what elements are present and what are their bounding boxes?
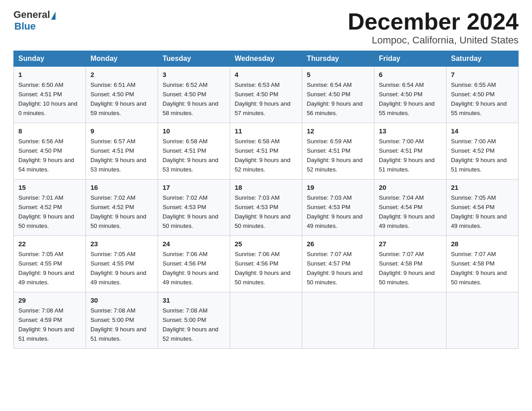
calendar-cell: 15 Sunrise: 7:01 AMSunset: 4:52 PMDaylig… (14, 180, 86, 236)
calendar-header-row: SundayMondayTuesdayWednesdayThursdayFrid… (14, 51, 519, 67)
day-number: 12 (307, 126, 369, 136)
page-header: General Blue December 2024 Lompoc, Calif… (13, 9, 519, 46)
day-number: 4 (235, 69, 297, 80)
day-number: 21 (451, 182, 514, 193)
cell-detail: Sunrise: 7:07 AMSunset: 4:57 PMDaylight:… (307, 251, 363, 286)
cell-detail: Sunrise: 7:07 AMSunset: 4:58 PMDaylight:… (379, 251, 435, 286)
day-number: 6 (379, 69, 442, 80)
day-number: 14 (451, 126, 514, 136)
day-number: 17 (163, 182, 225, 193)
calendar-cell: 17 Sunrise: 7:02 AMSunset: 4:53 PMDaylig… (158, 180, 230, 236)
cell-detail: Sunrise: 6:58 AMSunset: 4:51 PMDaylight:… (235, 138, 291, 173)
header-thursday: Thursday (302, 51, 374, 67)
cell-detail: Sunrise: 7:04 AMSunset: 4:54 PMDaylight:… (379, 194, 435, 229)
cell-detail: Sunrise: 6:55 AMSunset: 4:50 PMDaylight:… (451, 81, 507, 116)
header-saturday: Saturday (446, 51, 519, 67)
cell-detail: Sunrise: 6:54 AMSunset: 4:50 PMDaylight:… (379, 81, 435, 116)
calendar-cell: 7 Sunrise: 6:55 AMSunset: 4:50 PMDayligh… (446, 67, 519, 123)
day-number: 8 (18, 126, 81, 136)
cell-detail: Sunrise: 7:06 AMSunset: 4:56 PMDaylight:… (163, 251, 219, 286)
calendar-cell: 20 Sunrise: 7:04 AMSunset: 4:54 PMDaylig… (374, 180, 446, 236)
calendar-cell (446, 292, 519, 348)
logo-triangle-icon (51, 12, 56, 20)
calendar-cell: 24 Sunrise: 7:06 AMSunset: 4:56 PMDaylig… (158, 236, 230, 292)
calendar-cell: 18 Sunrise: 7:03 AMSunset: 4:53 PMDaylig… (230, 180, 302, 236)
day-number: 9 (90, 126, 153, 136)
week-row-5: 29 Sunrise: 7:08 AMSunset: 4:59 PMDaylig… (14, 292, 519, 348)
calendar-cell: 31 Sunrise: 7:08 AMSunset: 5:00 PMDaylig… (158, 292, 230, 348)
day-number: 5 (307, 69, 369, 80)
header-monday: Monday (86, 51, 158, 67)
calendar-cell: 16 Sunrise: 7:02 AMSunset: 4:52 PMDaylig… (86, 180, 158, 236)
calendar-cell: 6 Sunrise: 6:54 AMSunset: 4:50 PMDayligh… (374, 67, 446, 123)
calendar-cell: 3 Sunrise: 6:52 AMSunset: 4:50 PMDayligh… (158, 67, 230, 123)
day-number: 11 (235, 126, 297, 136)
cell-detail: Sunrise: 6:59 AMSunset: 4:51 PMDaylight:… (307, 138, 363, 173)
cell-detail: Sunrise: 7:02 AMSunset: 4:52 PMDaylight:… (90, 194, 146, 229)
calendar-cell: 22 Sunrise: 7:05 AMSunset: 4:55 PMDaylig… (14, 236, 86, 292)
month-title: December 2024 (348, 9, 519, 34)
cell-detail: Sunrise: 7:00 AMSunset: 4:51 PMDaylight:… (379, 138, 435, 173)
location-text: Lompoc, California, United States (348, 34, 519, 46)
calendar-cell: 23 Sunrise: 7:05 AMSunset: 4:55 PMDaylig… (86, 236, 158, 292)
day-number: 23 (90, 239, 153, 249)
calendar-cell: 28 Sunrise: 7:07 AMSunset: 4:58 PMDaylig… (446, 236, 519, 292)
calendar-cell: 30 Sunrise: 7:08 AMSunset: 5:00 PMDaylig… (86, 292, 158, 348)
day-number: 30 (90, 295, 153, 305)
day-number: 18 (235, 182, 297, 193)
calendar-cell: 27 Sunrise: 7:07 AMSunset: 4:58 PMDaylig… (374, 236, 446, 292)
logo-general-text: General (13, 9, 50, 21)
cell-detail: Sunrise: 7:05 AMSunset: 4:54 PMDaylight:… (451, 194, 507, 229)
calendar-cell: 21 Sunrise: 7:05 AMSunset: 4:54 PMDaylig… (446, 180, 519, 236)
day-number: 7 (451, 69, 514, 80)
day-number: 27 (379, 239, 442, 249)
cell-detail: Sunrise: 6:50 AMSunset: 4:51 PMDaylight:… (18, 81, 77, 116)
day-number: 25 (235, 239, 297, 249)
calendar-cell: 4 Sunrise: 6:53 AMSunset: 4:50 PMDayligh… (230, 67, 302, 123)
day-number: 28 (451, 239, 514, 249)
day-number: 10 (163, 126, 225, 136)
week-row-3: 15 Sunrise: 7:01 AMSunset: 4:52 PMDaylig… (14, 180, 519, 236)
cell-detail: Sunrise: 6:52 AMSunset: 4:50 PMDaylight:… (163, 81, 219, 116)
calendar-cell: 1 Sunrise: 6:50 AMSunset: 4:51 PMDayligh… (14, 67, 86, 123)
cell-detail: Sunrise: 7:02 AMSunset: 4:53 PMDaylight:… (163, 194, 219, 229)
calendar-cell: 25 Sunrise: 7:06 AMSunset: 4:56 PMDaylig… (230, 236, 302, 292)
day-number: 31 (163, 295, 225, 305)
header-friday: Friday (374, 51, 446, 67)
calendar-cell: 8 Sunrise: 6:56 AMSunset: 4:50 PMDayligh… (14, 123, 86, 180)
cell-detail: Sunrise: 7:05 AMSunset: 4:55 PMDaylight:… (90, 251, 146, 286)
day-number: 1 (18, 69, 81, 80)
day-number: 16 (90, 182, 153, 193)
title-block: December 2024 Lompoc, California, United… (348, 9, 519, 46)
day-number: 20 (379, 182, 442, 193)
day-number: 19 (307, 182, 369, 193)
cell-detail: Sunrise: 6:58 AMSunset: 4:51 PMDaylight:… (163, 138, 219, 173)
logo: General Blue (13, 9, 56, 32)
calendar-cell: 10 Sunrise: 6:58 AMSunset: 4:51 PMDaylig… (158, 123, 230, 180)
cell-detail: Sunrise: 7:08 AMSunset: 5:00 PMDaylight:… (163, 307, 219, 342)
calendar-cell: 11 Sunrise: 6:58 AMSunset: 4:51 PMDaylig… (230, 123, 302, 180)
header-sunday: Sunday (14, 51, 86, 67)
cell-detail: Sunrise: 7:05 AMSunset: 4:55 PMDaylight:… (18, 251, 74, 286)
cell-detail: Sunrise: 7:08 AMSunset: 4:59 PMDaylight:… (18, 307, 74, 342)
cell-detail: Sunrise: 7:03 AMSunset: 4:53 PMDaylight:… (235, 194, 291, 229)
calendar-cell: 5 Sunrise: 6:54 AMSunset: 4:50 PMDayligh… (302, 67, 374, 123)
week-row-2: 8 Sunrise: 6:56 AMSunset: 4:50 PMDayligh… (14, 123, 519, 180)
day-number: 15 (18, 182, 81, 193)
header-wednesday: Wednesday (230, 51, 302, 67)
header-tuesday: Tuesday (158, 51, 230, 67)
day-number: 29 (18, 295, 81, 305)
cell-detail: Sunrise: 7:06 AMSunset: 4:56 PMDaylight:… (235, 251, 291, 286)
day-number: 26 (307, 239, 369, 249)
calendar-table: SundayMondayTuesdayWednesdayThursdayFrid… (13, 51, 519, 349)
cell-detail: Sunrise: 7:00 AMSunset: 4:52 PMDaylight:… (451, 138, 507, 173)
cell-detail: Sunrise: 6:51 AMSunset: 4:50 PMDaylight:… (90, 81, 146, 116)
cell-detail: Sunrise: 7:03 AMSunset: 4:53 PMDaylight:… (307, 194, 363, 229)
calendar-cell: 14 Sunrise: 7:00 AMSunset: 4:52 PMDaylig… (446, 123, 519, 180)
day-number: 2 (90, 69, 153, 80)
day-number: 3 (163, 69, 225, 80)
calendar-cell: 29 Sunrise: 7:08 AMSunset: 4:59 PMDaylig… (14, 292, 86, 348)
calendar-cell: 19 Sunrise: 7:03 AMSunset: 4:53 PMDaylig… (302, 180, 374, 236)
cell-detail: Sunrise: 6:56 AMSunset: 4:50 PMDaylight:… (18, 138, 74, 173)
calendar-cell: 12 Sunrise: 6:59 AMSunset: 4:51 PMDaylig… (302, 123, 374, 180)
